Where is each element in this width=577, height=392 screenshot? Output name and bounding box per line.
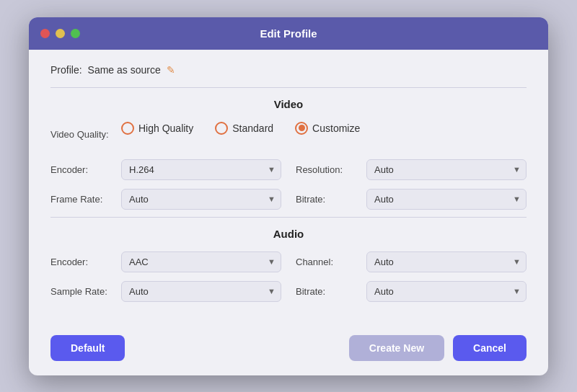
radio-high-quality[interactable]: High Quality (121, 122, 193, 135)
video-bitrate-label: Bitrate: (296, 194, 361, 205)
video-framerate-row: Frame Rate: Auto 24 30 60 ▼ (50, 189, 281, 210)
video-quality-row: Video Quality: High Quality Standard Cus… (50, 122, 527, 148)
radio-label-customize: Customize (312, 122, 360, 134)
video-section-title: Video (50, 98, 527, 110)
audio-channel-select-wrapper: Auto Mono Stereo ▼ (366, 251, 527, 272)
close-button[interactable] (40, 29, 50, 38)
edit-icon[interactable]: ✎ (167, 64, 175, 76)
video-resolution-select-wrapper: Auto 1080p 720p ▼ (366, 159, 527, 180)
video-bitrate-row: Bitrate: Auto 1000 2000 ▼ (296, 189, 527, 210)
video-framerate-label: Frame Rate: (50, 194, 115, 205)
audio-section-title: Audio (50, 228, 527, 240)
titlebar: Edit Profile (29, 17, 548, 50)
video-resolution-row: Resolution: Auto 1080p 720p ▼ (296, 159, 527, 180)
edit-profile-window: Edit Profile Profile: Same as source ✎ V… (29, 17, 548, 375)
audio-encoder-label: Encoder: (50, 257, 115, 267)
audio-encoder-select[interactable]: AAC MP3 OPUS (121, 251, 281, 272)
video-resolution-label: Resolution: (296, 164, 361, 175)
cancel-button[interactable]: Cancel (453, 335, 527, 361)
window-title: Edit Profile (260, 27, 317, 40)
audio-bitrate-row: Bitrate: Auto 128k 256k ▼ (296, 281, 527, 302)
audio-channel-label: Channel: (296, 257, 361, 267)
audio-channel-row: Channel: Auto Mono Stereo ▼ (296, 251, 527, 272)
video-encoder-label: Encoder: (50, 164, 115, 175)
dialog-footer: Default Create New Cancel (29, 324, 548, 375)
video-bitrate-select-wrapper: Auto 1000 2000 ▼ (366, 189, 527, 210)
radio-customize[interactable]: Customize (295, 122, 360, 135)
maximize-button[interactable] (71, 29, 80, 38)
video-encoder-row: Encoder: H.264 H.265 VP9 ▼ (50, 159, 281, 180)
video-framerate-select[interactable]: Auto 24 30 60 (121, 189, 281, 210)
create-new-button[interactable]: Create New (349, 335, 444, 361)
audio-encoder-select-wrapper: AAC MP3 OPUS ▼ (121, 251, 281, 272)
audio-bitrate-select[interactable]: Auto 128k 256k (366, 281, 527, 302)
window-controls (40, 29, 80, 38)
profile-row: Profile: Same as source ✎ (50, 64, 527, 76)
radio-standard[interactable]: Standard (215, 122, 273, 135)
divider-audio (50, 217, 527, 218)
audio-bitrate-label: Bitrate: (296, 286, 361, 297)
default-button[interactable]: Default (50, 335, 125, 361)
video-encoder-select[interactable]: H.264 H.265 VP9 (121, 159, 281, 180)
minimize-button[interactable] (56, 29, 65, 38)
video-bitrate-select[interactable]: Auto 1000 2000 (366, 189, 527, 210)
dialog-content: Profile: Same as source ✎ Video Video Qu… (29, 50, 548, 324)
audio-samplerate-select-wrapper: Auto 44100 48000 ▼ (121, 281, 281, 302)
radio-circle-high (121, 122, 134, 135)
radio-circle-standard (215, 122, 228, 135)
audio-encoder-row: Encoder: AAC MP3 OPUS ▼ (50, 251, 281, 272)
audio-samplerate-label: Sample Rate: (50, 286, 115, 297)
audio-samplerate-row: Sample Rate: Auto 44100 48000 ▼ (50, 281, 281, 302)
divider-top (50, 87, 527, 88)
radio-label-standard: Standard (232, 122, 273, 134)
video-quality-label: Video Quality: (50, 129, 115, 140)
video-quality-radio-group: High Quality Standard Customize (121, 122, 360, 135)
video-encoder-select-wrapper: H.264 H.265 VP9 ▼ (121, 159, 281, 180)
audio-samplerate-select[interactable]: Auto 44100 48000 (121, 281, 281, 302)
audio-channel-select[interactable]: Auto Mono Stereo (366, 251, 527, 272)
profile-label: Profile: (50, 64, 82, 76)
footer-right-buttons: Create New Cancel (349, 335, 527, 361)
audio-settings-grid: Encoder: AAC MP3 OPUS ▼ Channel: Auto Mo… (50, 251, 527, 302)
video-settings-grid: Encoder: H.264 H.265 VP9 ▼ Resolution: A… (50, 159, 527, 210)
radio-label-high: High Quality (138, 122, 193, 134)
video-resolution-select[interactable]: Auto 1080p 720p (366, 159, 527, 180)
audio-bitrate-select-wrapper: Auto 128k 256k ▼ (366, 281, 527, 302)
profile-value: Same as source (88, 64, 161, 76)
radio-circle-customize (295, 122, 308, 135)
video-framerate-select-wrapper: Auto 24 30 60 ▼ (121, 189, 281, 210)
